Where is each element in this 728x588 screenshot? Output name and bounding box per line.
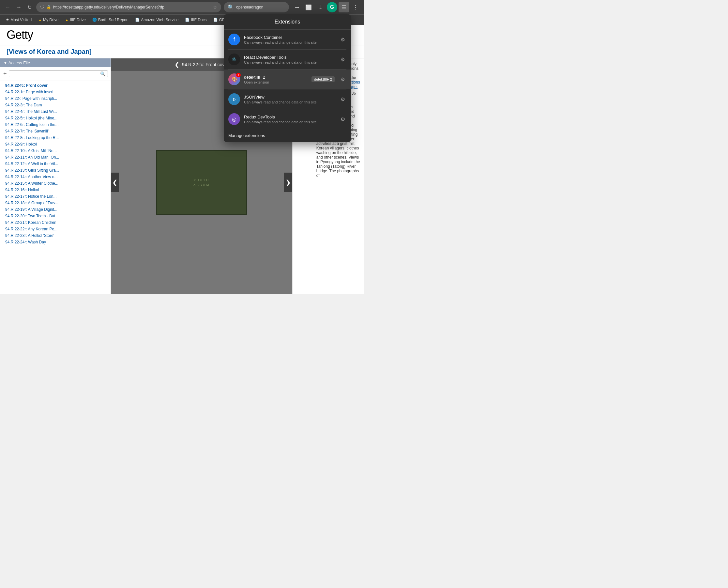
amazon-icon: 📄	[135, 18, 140, 22]
extension-facebook-gear[interactable]: ⚙	[339, 35, 346, 44]
list-item[interactable]: 94.R.22-3r: The Dam	[0, 102, 111, 108]
download-button[interactable]: ⇓	[315, 2, 325, 13]
browser-actions: ➞ ⬜ ⇓ G ☰ ⋮	[292, 2, 361, 13]
extension-react-gear[interactable]: ⚙	[339, 55, 346, 64]
shield-icon: 🛡	[40, 5, 44, 10]
search-input[interactable]	[236, 5, 285, 9]
pocket-button[interactable]: ⬜	[303, 2, 314, 13]
extensions-button[interactable]: ☰	[339, 2, 349, 13]
extension-redux-desc: Can always read and change data on this …	[244, 120, 335, 124]
list-item[interactable]: 94.R.22-16r: Holkol	[0, 187, 111, 193]
file-search-input[interactable]	[11, 72, 100, 76]
extension-facebook-name: Facebook Container	[244, 35, 335, 40]
list-item[interactable]: 94.R.22-11r: An Old Man, On...	[0, 154, 111, 161]
list-item[interactable]: 94.R.22-4r: The Mill Last Wi...	[0, 108, 111, 115]
bookmark-amazon[interactable]: 📄 Amazon Web Service	[132, 17, 181, 23]
account-button[interactable]: G	[327, 2, 337, 13]
redux-devtools-icon: ◎	[228, 113, 240, 125]
list-item[interactable]: 94.R.22-18r: A Group of Trav...	[0, 200, 111, 206]
back-button[interactable]: ←	[3, 3, 13, 12]
search-input-container[interactable]: 🔍	[9, 70, 108, 77]
extension-item-jsonview[interactable]: {} JSONView Can always read and change d…	[224, 89, 351, 109]
bookmark-iiif-docs[interactable]: 📄 IIIF Docs	[182, 17, 209, 23]
viewer-prev-button[interactable]: ❮	[111, 173, 119, 192]
extension-facebook-desc: Can always read and change data on this …	[244, 40, 335, 44]
file-item-front-cover[interactable]: 94.R.22-fc: Front cover	[0, 82, 111, 89]
extension-react-info: React Developer Tools Can always read an…	[244, 55, 335, 64]
list-item[interactable]: 94.R.22-13r: Girls Sifting Gra...	[0, 167, 111, 174]
bookmark-borth-surf[interactable]: 🌐 Borth Surf Report	[90, 17, 131, 23]
bookmark-iiif-drive-label: IIIF Drive	[70, 18, 86, 22]
bookmark-iiif-docs-label: IIIF Docs	[191, 18, 207, 22]
url-text: https://rosettaapp.getty.edu/delivery/De…	[53, 5, 211, 9]
arrow-right-button[interactable]: ➞	[292, 2, 302, 13]
borth-icon: 🌐	[92, 18, 97, 22]
book-cover: PHOTO ALBUM	[156, 150, 247, 215]
list-item[interactable]: 94.R.22-24r: Wash Day	[0, 239, 111, 245]
react-devtools-icon: ⚛	[228, 54, 240, 65]
bookmark-my-drive-label: My Drive	[43, 18, 58, 22]
list-item[interactable]: 94.R.22-: Page with inscripti...	[0, 95, 111, 102]
extension-redux-info: Redux DevTools Can always read and chang…	[244, 114, 335, 124]
menu-button[interactable]: ⋮	[350, 2, 361, 13]
viewer-back-button[interactable]: ❮	[174, 61, 179, 68]
list-item[interactable]: 94.R.22-10r: A Grist Mill 'Ne...	[0, 147, 111, 154]
extension-item-redux[interactable]: ◎ Redux DevTools Can always read and cha…	[224, 109, 351, 129]
list-item[interactable]: 94.R.22-23r: A Holkol 'Store'	[0, 232, 111, 239]
list-item[interactable]: 94.R.22-6r: Cutting Ice in the...	[0, 121, 111, 128]
access-file-label: ▼ Access File	[3, 60, 30, 65]
search-bar-container[interactable]: 🔍	[224, 2, 289, 13]
file-list: 94.R.22-fc: Front cover 94.R.22-1r: Page…	[0, 81, 111, 294]
extensions-title: Extensions	[224, 14, 351, 30]
bookmark-most-visited[interactable]: ★ Most Visited	[3, 17, 34, 23]
detektiiif-badge: 1	[236, 73, 241, 77]
forward-button[interactable]: →	[14, 3, 23, 12]
list-item[interactable]: 94.R.22-7r: The 'Sawmill'	[0, 128, 111, 134]
title-bar: ← → ↻ 🛡 🔒 https://rosettaapp.getty.edu/d…	[0, 0, 364, 14]
bookmark-iiif-drive[interactable]: ▲ IIIF Drive	[62, 17, 88, 23]
search-bar-icon: 🔍	[228, 4, 234, 10]
extension-item-detektiiif[interactable]: 🎨 1 detektIIIF 2 Open extension detektII…	[224, 69, 351, 89]
access-file-header[interactable]: ▼ Access File	[0, 58, 111, 67]
viewer-next-button[interactable]: ❯	[284, 173, 292, 192]
bookmark-my-drive[interactable]: ▲ My Drive	[36, 17, 61, 23]
iiif-docs-icon: 📄	[185, 18, 190, 22]
list-item[interactable]: 94.R.22-1r: Page with inscri...	[0, 89, 111, 95]
search-bar-container: + 🔍	[0, 67, 111, 81]
list-item[interactable]: 94.R.22-8r: Looking up the R...	[0, 134, 111, 141]
bookmark-star-button[interactable]: ☆	[213, 4, 217, 10]
list-item[interactable]: 94.R.22-19r: A Village Dignit...	[0, 206, 111, 213]
extension-jsonview-name: JSONView	[244, 94, 335, 100]
list-item[interactable]: 94.R.22-12r: A Well in the Vil...	[0, 161, 111, 167]
most-visited-icon: ★	[6, 18, 9, 22]
list-item[interactable]: 94.R.22-9r: Holkol	[0, 141, 111, 147]
reload-button[interactable]: ↻	[25, 3, 34, 12]
jsonview-icon: {}	[228, 93, 240, 105]
extension-item-react[interactable]: ⚛ React Developer Tools Can always read …	[224, 49, 351, 69]
bookmark-borth-label: Borth Surf Report	[98, 18, 129, 22]
extensions-popup: Extensions f Facebook Container Can alwa…	[224, 14, 351, 142]
add-button[interactable]: +	[3, 70, 7, 78]
list-item[interactable]: 94.R.22-20r: Two Teeth - But...	[0, 213, 111, 219]
extension-facebook-info: Facebook Container Can always read and c…	[244, 35, 335, 44]
lock-icon: 🔒	[46, 5, 51, 9]
extension-jsonview-gear[interactable]: ⚙	[339, 95, 346, 104]
facebook-container-icon: f	[228, 34, 240, 45]
detektiiif-tooltip: detektIIIF 2	[312, 76, 335, 82]
list-item[interactable]: 94.R.22-5r: Holkol (the Mine...	[0, 115, 111, 121]
file-search-button[interactable]: 🔍	[100, 71, 106, 76]
manage-extensions-button[interactable]: Manage extensions	[224, 129, 351, 142]
extension-redux-name: Redux DevTools	[244, 114, 335, 120]
list-item[interactable]: 94.R.22-22r: Any Korean Pe...	[0, 226, 111, 232]
list-item[interactable]: 94.R.22-14r: Another View o...	[0, 174, 111, 180]
extension-redux-gear[interactable]: ⚙	[339, 115, 346, 124]
list-item[interactable]: 94.R.22-21r: Korean Children	[0, 219, 111, 226]
extension-item-facebook[interactable]: f Facebook Container Can always read and…	[224, 30, 351, 49]
list-item[interactable]: 94.R.22-15r: A Winter Clothe...	[0, 180, 111, 187]
extension-react-name: React Developer Tools	[244, 55, 335, 60]
address-bar[interactable]: 🛡 🔒 https://rosettaapp.getty.edu/deliver…	[36, 2, 221, 13]
list-item[interactable]: 94.R.22-17r: Notice the Lon...	[0, 193, 111, 200]
extension-react-desc: Can always read and change data on this …	[244, 60, 335, 64]
viewer-title: 94.R.22-fc: Front cover	[182, 62, 229, 67]
extension-detektiiif-gear[interactable]: ⚙	[339, 75, 346, 84]
